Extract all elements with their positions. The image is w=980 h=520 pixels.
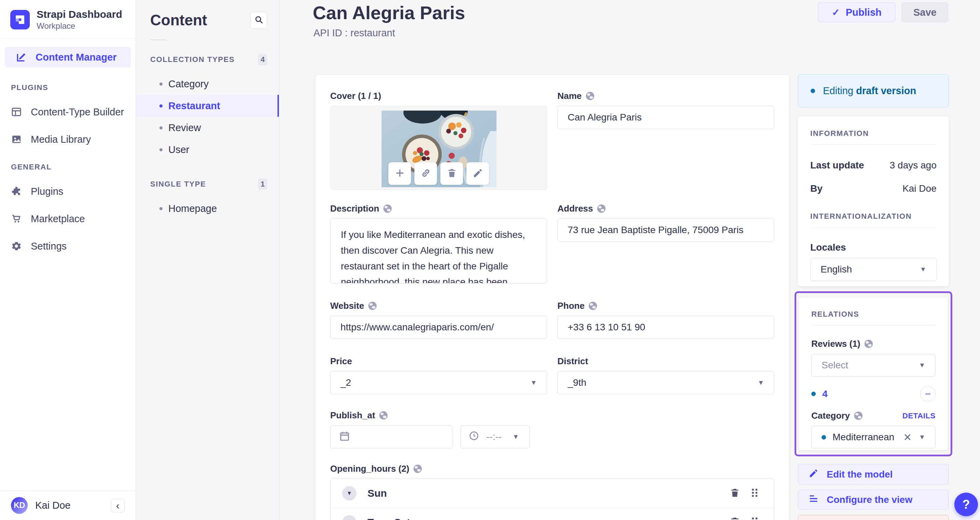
gear-icon [11, 241, 22, 252]
publish-date-input[interactable] [330, 425, 452, 448]
content-sidebar-title: Content [150, 12, 207, 29]
calendar-icon [339, 430, 350, 443]
user-name: Kai Doe [35, 500, 103, 511]
edit-media-button[interactable] [466, 162, 489, 185]
sidebar-item-label: Media Library [31, 134, 91, 145]
sidebar-item-content-manager[interactable]: Content Manager [5, 47, 131, 67]
sidebar-item-marketplace[interactable]: Marketplace [11, 211, 135, 226]
address-field-label: Address [557, 203, 774, 214]
last-update-label: Last update [810, 160, 864, 171]
configure-icon [808, 494, 818, 506]
website-input[interactable]: https://www.canalegriaparis.com/en/ [330, 316, 547, 339]
cart-icon [11, 213, 22, 224]
delete-row-button[interactable] [730, 488, 740, 499]
sidebar-item-plugins[interactable]: Plugins [11, 184, 135, 199]
globe-icon [368, 301, 377, 311]
app-title: Strapi Dashboard [37, 8, 122, 21]
publish-time-input[interactable]: --:-- ▼ [461, 425, 530, 448]
description-textarea[interactable]: If you like Mediterranean and exotic dis… [330, 219, 547, 284]
single-type-count-badge: 1 [258, 179, 267, 190]
locale-select[interactable]: English ▼ [810, 258, 937, 281]
configure-view-label: Configure the view [827, 494, 912, 505]
globe-icon [864, 339, 873, 348]
collection-type-label: Category [169, 78, 209, 90]
price-select[interactable]: _2 ▼ [330, 371, 547, 394]
globe-icon [585, 91, 595, 100]
sidebar-item-content-type-builder[interactable]: Content-Type Builder [11, 104, 135, 120]
main-nav: Strapi Dashboard Workplace Content Manag… [0, 0, 136, 520]
details-link[interactable]: DETAILS [902, 412, 935, 420]
nav-footer: KD Kai Doe ‹ [0, 491, 135, 520]
pencil-icon [473, 168, 483, 180]
sidebar-item-user[interactable]: User [136, 139, 279, 161]
collection-types-count-badge: 4 [258, 54, 267, 65]
cover-field-label: Cover (1 / 1) [330, 91, 547, 101]
delete-row-button[interactable] [730, 516, 740, 520]
check-icon: ✓ [832, 7, 840, 18]
right-panel: Editing draft version INFORMATION Last u… [798, 74, 949, 520]
reviews-count-link[interactable]: 4 [822, 389, 828, 399]
avatar[interactable]: KD [11, 497, 28, 514]
workspace-header[interactable]: Strapi Dashboard Workplace [0, 0, 135, 38]
address-input[interactable]: 73 rue Jean Baptiste Pigalle, 75009 Pari… [557, 219, 774, 242]
search-button[interactable] [250, 12, 267, 29]
collapse-nav-button[interactable]: ‹ [111, 499, 124, 512]
draft-status-emphasis: draft version [856, 85, 916, 96]
workspace-name: Workplace [37, 21, 122, 31]
category-select[interactable]: Mediterranean × ▼ [811, 426, 935, 448]
time-placeholder: --:-- [486, 431, 502, 442]
name-input[interactable]: Can Alegria Paris [557, 106, 774, 129]
sidebar-item-label: Settings [31, 241, 67, 252]
sidebar-item-media-library[interactable]: Media Library [11, 132, 135, 147]
save-button[interactable]: Save [902, 2, 948, 22]
clock-icon [468, 430, 479, 443]
publish-at-field-label: Publish_at [330, 410, 547, 421]
category-value: Mediterranean [832, 432, 894, 443]
sidebar-item-review[interactable]: Review [136, 117, 279, 139]
close-icon[interactable]: × [904, 431, 911, 443]
add-media-button[interactable] [388, 162, 411, 185]
publish-button[interactable]: ✓ Publish [818, 2, 896, 22]
collection-types-header: COLLECTION TYPES [150, 55, 235, 64]
help-button[interactable]: ? [955, 493, 978, 516]
chevron-down-icon: ▼ [920, 266, 926, 273]
name-field-label: Name [557, 91, 774, 101]
category-field-label: Category [811, 410, 863, 421]
sidebar-item-restaurant[interactable]: Restaurant [136, 95, 279, 117]
opening-hours-row-label: Tue - Sat [368, 517, 722, 520]
last-update-value: 3 days ago [890, 160, 937, 171]
delete-entry-button[interactable] [798, 515, 949, 520]
opening-hours-row-sun[interactable]: ▼ Sun [331, 479, 774, 508]
edit-model-button[interactable]: Edit the model [798, 464, 949, 485]
content-sidebar: Content COLLECTION TYPES 4 Category Rest… [136, 0, 279, 520]
search-icon [254, 15, 264, 26]
drag-handle-icon[interactable] [750, 516, 760, 520]
drag-handle-icon[interactable] [750, 488, 760, 499]
accordion-toggle-button[interactable]: ▼ [342, 515, 356, 520]
nav-section-plugins: PLUGINS [11, 83, 135, 92]
sidebar-item-homepage[interactable]: Homepage [136, 198, 279, 219]
cover-dropzone[interactable] [330, 106, 547, 190]
phone-input[interactable]: +33 6 13 10 51 90 [557, 316, 774, 339]
reviews-select[interactable]: Select ▼ [811, 354, 935, 376]
chevron-down-icon: ▼ [919, 362, 925, 369]
chevron-down-icon: ▼ [757, 379, 764, 386]
opening-hours-row-tue-sat[interactable]: ▼ Tue - Sat [331, 508, 774, 520]
remove-relation-button[interactable]: − [920, 386, 935, 402]
globe-icon [597, 204, 606, 213]
district-select[interactable]: _9th ▼ [557, 371, 774, 394]
chevron-down-icon: ▼ [530, 379, 537, 386]
copy-link-button[interactable] [414, 162, 437, 185]
sidebar-item-category[interactable]: Category [136, 73, 279, 95]
configure-view-button[interactable]: Configure the view [798, 490, 949, 510]
divider [811, 325, 935, 325]
sidebar-item-settings[interactable]: Settings [11, 239, 135, 254]
entry-form-card: Cover (1 / 1) [315, 75, 789, 520]
chevron-left-icon: ‹ [116, 500, 119, 512]
delete-media-button[interactable] [441, 162, 463, 185]
question-mark-icon: ? [963, 498, 970, 512]
phone-field-label: Phone [557, 301, 774, 311]
accordion-toggle-button[interactable]: ▼ [342, 486, 356, 501]
pencil-icon [808, 468, 818, 481]
page-title: Can Alegria Paris [313, 2, 465, 23]
